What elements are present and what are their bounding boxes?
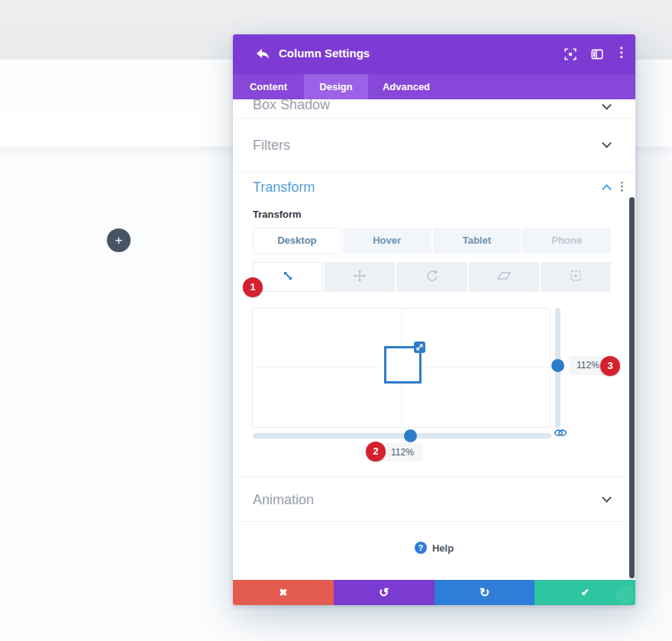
redo-icon: ↻	[480, 585, 489, 600]
modal-tabbar: Content Design Advanced	[233, 74, 635, 99]
section-filters[interactable]: Filters	[233, 118, 635, 172]
scale-x-value: 112%	[382, 443, 423, 461]
add-module-button[interactable]: +	[107, 228, 131, 252]
tool-skew[interactable]	[469, 262, 539, 292]
link-axes-icon[interactable]	[554, 427, 567, 439]
section-animation[interactable]: Animation	[233, 478, 635, 522]
undo-button[interactable]: ↺	[334, 580, 435, 605]
move-icon	[353, 269, 367, 286]
column-settings-modal: Column Settings ⋮ Content Design Advance…	[233, 34, 635, 605]
scale-x-handle[interactable]	[404, 429, 417, 442]
transform-origin-icon	[569, 269, 583, 286]
scale-handle-icon[interactable]	[414, 342, 425, 353]
discard-button[interactable]: ✖	[233, 580, 334, 605]
transform-canvas[interactable]	[252, 308, 551, 428]
help-icon[interactable]: ?	[415, 542, 427, 554]
chevron-down-icon	[602, 100, 612, 110]
chevron-down-icon	[602, 493, 612, 503]
section-filters-title: Filters	[253, 137, 290, 153]
transform-field-label: Transform	[253, 209, 302, 220]
tool-rotate[interactable]	[396, 262, 467, 292]
chevron-up-icon[interactable]	[602, 184, 612, 194]
tab-advanced[interactable]: Advanced	[368, 74, 444, 99]
help-row: ? Help	[233, 531, 635, 565]
chevron-down-icon	[602, 138, 612, 148]
close-icon: ✖	[279, 587, 287, 598]
callout-badge-1: 1	[243, 277, 263, 297]
callout-badge-3: 3	[600, 356, 620, 376]
section-box-shadow-title: Box Shadow	[253, 99, 330, 113]
callout-badge-2: 2	[366, 442, 386, 461]
device-tab-desktop[interactable]: Desktop	[253, 228, 341, 254]
tool-origin[interactable]	[541, 262, 611, 292]
tool-translate[interactable]	[325, 262, 395, 292]
page-background: + Column Settings	[0, 0, 672, 641]
scale-icon	[281, 269, 295, 286]
modal-body: Box Shadow Filters Transform ⋮ Transform…	[233, 99, 635, 580]
section-animation-title: Animation	[253, 491, 314, 507]
device-tab-hover[interactable]: Hover	[343, 228, 431, 254]
back-icon[interactable]	[254, 46, 271, 63]
resize-grip[interactable]	[615, 585, 634, 604]
section-box-shadow[interactable]: Box Shadow	[233, 99, 635, 118]
device-tabbar: Desktop Hover Tablet Phone	[253, 228, 611, 254]
tab-design[interactable]: Design	[304, 74, 368, 99]
skew-icon	[496, 269, 512, 286]
transform-options-icon[interactable]: ⋮	[616, 180, 628, 193]
save-button[interactable]: ✔	[535, 580, 635, 605]
section-transform-panel: Transform ⋮ Transform Desktop Hover Tabl…	[233, 172, 635, 478]
modal-scrollbar[interactable]	[629, 197, 635, 578]
panel-layout-icon[interactable]	[590, 47, 604, 61]
modal-title: Column Settings	[279, 47, 370, 60]
section-transform-title[interactable]: Transform	[253, 180, 315, 196]
scale-x-slider[interactable]	[253, 433, 551, 439]
header-menu-icon[interactable]: ⋮	[615, 44, 625, 58]
focus-preview-icon[interactable]	[564, 47, 577, 61]
device-tab-tablet[interactable]: Tablet	[433, 228, 522, 254]
modal-footer: ✖ ↺ ↻ ✔	[233, 580, 635, 605]
tab-content[interactable]: Content	[233, 74, 304, 99]
scale-y-handle[interactable]	[551, 359, 564, 372]
check-icon: ✔	[581, 587, 590, 598]
redo-button[interactable]: ↻	[435, 580, 535, 605]
device-tab-phone[interactable]: Phone	[522, 228, 611, 254]
rotate-icon	[425, 269, 439, 286]
undo-icon: ↺	[379, 585, 389, 600]
tool-scale[interactable]	[253, 262, 323, 292]
modal-header: Column Settings ⋮	[233, 34, 635, 74]
help-link[interactable]: Help	[432, 542, 454, 554]
transform-toolbar	[253, 262, 611, 292]
